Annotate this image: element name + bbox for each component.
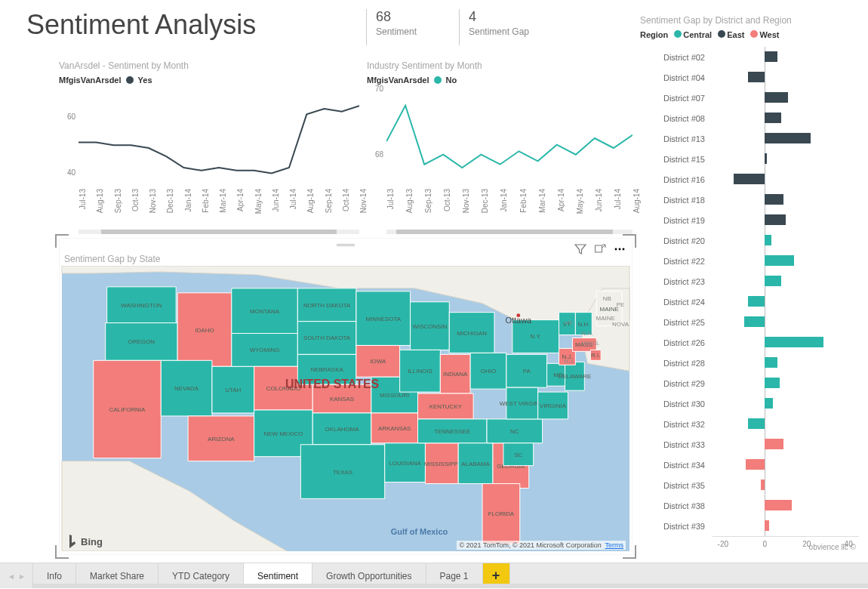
table-row[interactable]: District #35 [640, 475, 863, 495]
scrollbar-thumb[interactable] [396, 230, 613, 234]
focus-mode-icon[interactable] [594, 243, 606, 255]
row-label: District #25 [640, 318, 709, 327]
bar[interactable] [765, 235, 771, 245]
chart-title: Sentiment Gap by District and Region [640, 15, 863, 26]
table-row[interactable]: District #28 [640, 353, 863, 373]
map-terms-link[interactable]: Terms [605, 541, 624, 549]
legend-items: CentralEastWest [674, 30, 785, 39]
bar[interactable] [765, 337, 823, 347]
bar[interactable] [765, 113, 781, 123]
bar[interactable] [765, 439, 783, 449]
kpi-sentiment-label: Sentiment [376, 26, 417, 37]
tab-next-icon[interactable]: ▸ [20, 571, 24, 581]
bar[interactable] [765, 133, 811, 143]
legend-value: No [446, 76, 457, 85]
drag-handle-icon[interactable] [337, 243, 355, 248]
row-label: District #23 [640, 277, 709, 286]
bar[interactable] [765, 214, 786, 225]
table-row[interactable]: District #16 [640, 169, 863, 190]
bar[interactable] [761, 480, 765, 490]
table-row[interactable]: District #39 [640, 516, 863, 536]
chart-title: VanArsdel - Sentiment by Month [59, 60, 359, 71]
chart-sentiment-gap-by-district[interactable]: Sentiment Gap by District and Region Reg… [640, 15, 863, 554]
row-label: District #38 [640, 501, 709, 510]
table-row[interactable]: District #30 [640, 393, 863, 414]
legend-field: Region [640, 30, 668, 39]
bar[interactable] [765, 520, 769, 531]
table-row[interactable]: District #19 [640, 210, 863, 230]
table-row[interactable]: District #22 [640, 251, 863, 271]
chart-plot-area[interactable]: 4060 [59, 89, 359, 187]
table-row[interactable]: District #04 [640, 67, 863, 88]
svg-text:MONTANA: MONTANA [250, 308, 280, 315]
chart-vanarsdel-sentiment[interactable]: VanArsdel - Sentiment by Month MfgisVanA… [59, 60, 359, 234]
bar[interactable] [765, 398, 773, 409]
table-row[interactable]: District #07 [640, 88, 863, 108]
legend-swatch-yes [126, 76, 134, 84]
chart-industry-sentiment[interactable]: Industry Sentiment by Month MfgisVanArsd… [367, 60, 633, 234]
page-title: Sentiment Analysis [26, 9, 256, 41]
table-row[interactable]: District #20 [640, 230, 863, 251]
table-row[interactable]: District #08 [640, 108, 863, 128]
bar[interactable] [748, 72, 765, 82]
visual-map-sentiment-gap-by-state[interactable]: Sentiment Gap by State WASHINGTONOREGONI… [59, 238, 633, 555]
bar[interactable] [765, 357, 777, 368]
table-row[interactable]: District #26 [640, 332, 863, 353]
row-label: District #22 [640, 257, 709, 266]
bar[interactable] [765, 378, 779, 388]
bar[interactable] [744, 316, 765, 327]
row-label: District #32 [640, 420, 709, 429]
table-row[interactable]: District #33 [640, 434, 863, 455]
row-label: District #15 [640, 155, 709, 164]
svg-text:PA: PA [523, 368, 531, 375]
bar[interactable] [748, 418, 765, 429]
bar[interactable] [765, 255, 794, 266]
chart-legend[interactable]: MfgisVanArsdel No [367, 76, 633, 85]
table-row[interactable]: District #34 [640, 455, 863, 475]
table-row[interactable]: District #15 [640, 149, 863, 169]
bar[interactable] [765, 153, 767, 164]
row-label: District #13 [640, 134, 709, 143]
bing-icon [67, 535, 78, 548]
chart-legend[interactable]: Region CentralEastWest [640, 30, 863, 39]
table-row[interactable]: District #13 [640, 128, 863, 149]
legend-field: MfgisVanArsdel [59, 76, 122, 85]
chart-plot-area[interactable]: District #02District #04District #07Dist… [640, 47, 863, 536]
chart-scrollbar[interactable] [78, 230, 359, 234]
chart-scrollbar[interactable] [386, 230, 633, 234]
table-row[interactable]: District #25 [640, 312, 863, 332]
legend-swatch-no [434, 76, 442, 84]
svg-text:NEVADA: NEVADA [174, 385, 199, 392]
bar[interactable] [765, 194, 783, 205]
chart-plot-area[interactable]: 6870 [367, 89, 633, 187]
table-row[interactable]: District #29 [640, 373, 863, 393]
selection-handle[interactable] [55, 234, 69, 248]
chart-legend[interactable]: MfgisVanArsdel Yes [59, 76, 359, 85]
bar[interactable] [765, 51, 777, 62]
tabstrip-scrollbar[interactable] [33, 584, 868, 588]
more-options-icon[interactable] [614, 243, 626, 255]
bar[interactable] [746, 459, 765, 470]
tab-prev-icon[interactable]: ◂ [9, 571, 14, 581]
bar[interactable] [765, 500, 792, 510]
kpi-sentiment[interactable]: 68 Sentiment [366, 9, 417, 45]
table-row[interactable]: District #02 [640, 47, 863, 67]
svg-text:MINNESOTA: MINNESOTA [365, 316, 401, 322]
svg-text:MICHIGAN: MICHIGAN [457, 330, 487, 337]
table-row[interactable]: District #38 [640, 495, 863, 516]
table-row[interactable]: District #32 [640, 414, 863, 434]
table-row[interactable]: District #24 [640, 291, 863, 312]
table-row[interactable]: District #18 [640, 190, 863, 210]
filter-icon[interactable] [574, 243, 586, 255]
kpi-sentiment-gap[interactable]: 4 Sentiment Gap [459, 9, 529, 45]
scrollbar-thumb[interactable] [101, 230, 337, 234]
bar[interactable] [734, 174, 765, 184]
map-body[interactable]: WASHINGTONOREGONIDAHOCALIFORNIANEVADAUTA… [61, 266, 630, 551]
table-row[interactable]: District #23 [640, 271, 863, 291]
row-label: District #02 [640, 53, 709, 62]
bar[interactable] [765, 92, 787, 103]
svg-text:KENTUCKY: KENTUCKY [429, 403, 463, 410]
svg-text:LOUISIANA: LOUISIANA [389, 460, 421, 467]
bar[interactable] [765, 276, 781, 286]
bar[interactable] [748, 296, 765, 307]
